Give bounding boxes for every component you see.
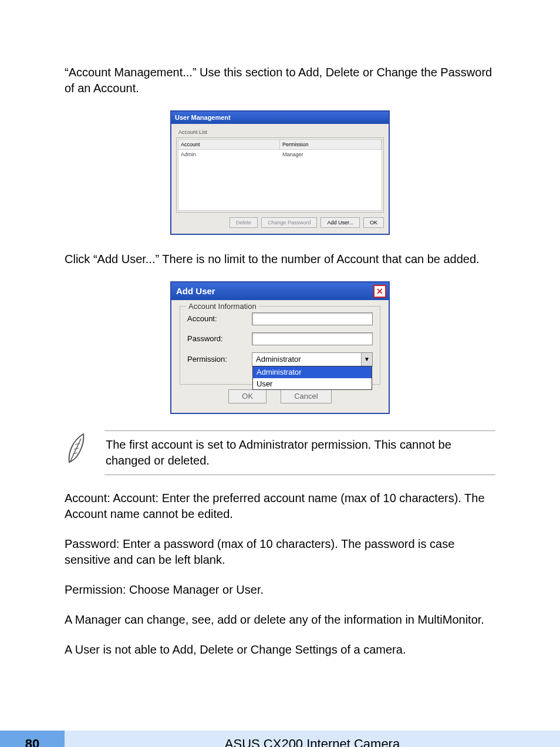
manager-description: A Manager can change, see, add or delete…: [65, 612, 495, 628]
footer-title: ASUS CX200 Internet Camera: [65, 731, 560, 747]
password-label: Password:: [187, 334, 252, 344]
account-input[interactable]: [252, 312, 373, 325]
cell-account-name: Admin: [178, 150, 280, 159]
dialog-cancel-button[interactable]: Cancel: [281, 389, 331, 403]
user-description: A User is not able to Add, Delete or Cha…: [65, 642, 495, 658]
account-description: Account: Account: Enter the preferred ac…: [65, 490, 495, 522]
permission-select[interactable]: Administrator ▼ Administrator User: [252, 352, 373, 366]
column-header-account[interactable]: Account: [178, 140, 280, 149]
permission-dropdown: Administrator User: [252, 366, 372, 390]
close-icon[interactable]: ✕: [373, 285, 386, 298]
account-list[interactable]: Account Permission Admin Manager: [178, 139, 382, 211]
permission-label: Permission:: [187, 354, 252, 365]
svg-line-1: [73, 453, 77, 454]
note-feather-icon: [65, 430, 90, 470]
permission-option-administrator[interactable]: Administrator: [253, 366, 372, 378]
svg-line-3: [75, 443, 80, 445]
add-user-dialog: Add User ✕ Account Information Account: …: [170, 281, 390, 414]
add-user-paragraph: Click “Add User...” There is no limit to…: [65, 251, 495, 267]
account-information-label: Account Information: [186, 301, 259, 312]
page-number: 80: [0, 731, 65, 747]
dialog-title: Add User: [176, 285, 215, 297]
permission-option-user[interactable]: User: [253, 378, 372, 390]
window-title: User Management: [171, 112, 389, 124]
chevron-down-icon[interactable]: ▼: [361, 353, 372, 366]
user-management-window: User Management Account List Account Per…: [170, 110, 390, 235]
permission-selected-value: Administrator: [252, 354, 361, 365]
delete-button[interactable]: Delete: [230, 217, 258, 228]
note-text: The first account is set to Administrato…: [104, 430, 495, 475]
dialog-ok-button[interactable]: OK: [228, 389, 266, 403]
column-header-permission[interactable]: Permission: [280, 140, 382, 149]
table-row[interactable]: Admin Manager: [178, 150, 382, 159]
permission-description: Permission: Choose Manager or User.: [65, 582, 495, 598]
change-password-button[interactable]: Change Password: [261, 217, 318, 228]
cell-permission: Manager: [280, 150, 382, 159]
password-input[interactable]: [252, 332, 373, 345]
add-user-button[interactable]: Add User...: [321, 217, 360, 228]
password-description: Password: Enter a password (max of 10 ch…: [65, 536, 495, 568]
page-footer: 80 ASUS CX200 Internet Camera: [0, 731, 560, 747]
account-list-label: Account List: [178, 129, 384, 136]
intro-paragraph: “Account Management...” Use this section…: [65, 65, 495, 96]
ok-button[interactable]: OK: [363, 217, 384, 228]
account-label: Account:: [187, 314, 252, 324]
